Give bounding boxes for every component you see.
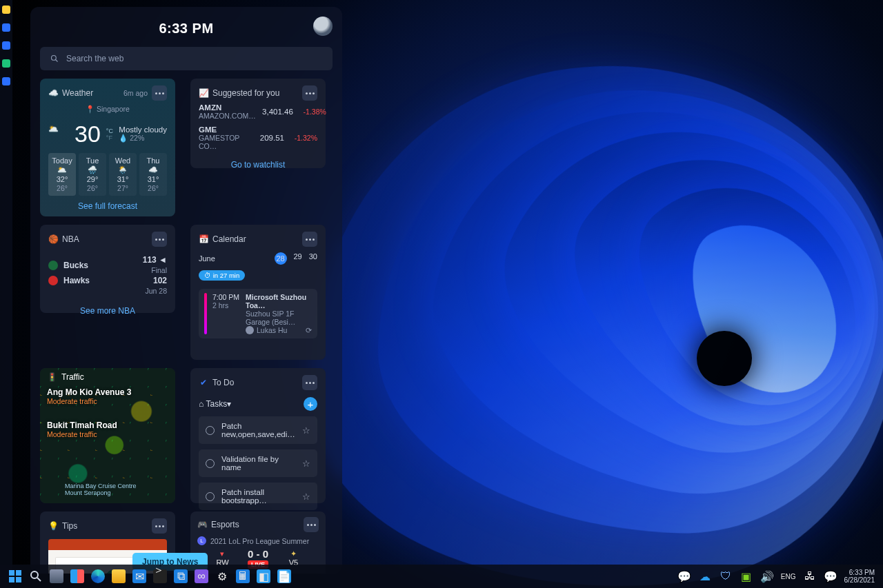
desktop-wallpaper bbox=[290, 0, 883, 588]
calculator-icon[interactable]: 🖩 bbox=[236, 569, 250, 583]
svg-point-6 bbox=[31, 571, 38, 578]
svg-rect-3 bbox=[16, 570, 21, 576]
weather-widget[interactable]: ☁️ Weather 6m ago 📍 Singapore 🌥️ 30 °C °… bbox=[40, 79, 175, 216]
see-more-nba-link[interactable]: See more NBA bbox=[80, 306, 135, 316]
stocks-icon: 📈 bbox=[199, 88, 208, 98]
nba-title: NBA bbox=[62, 234, 79, 244]
search-placeholder: Search the web bbox=[66, 54, 123, 63]
svg-point-0 bbox=[52, 56, 57, 61]
star-icon[interactable]: ☆ bbox=[302, 491, 310, 502]
weather-age: 6m ago bbox=[123, 89, 148, 97]
tray-onedrive-icon[interactable]: ☁ bbox=[698, 569, 712, 583]
weather-location: Singapore bbox=[97, 105, 130, 113]
todo-icon: ✔ bbox=[199, 378, 208, 387]
network-icon[interactable]: 🖧 bbox=[803, 569, 817, 583]
widgets-panel: 6:33 PM Search the web ☁️ Weather 6m ago… bbox=[30, 7, 342, 574]
star-icon[interactable]: ☆ bbox=[302, 458, 310, 469]
app-icon[interactable]: ◧ bbox=[257, 569, 270, 583]
language-indicator[interactable]: ENG bbox=[781, 573, 796, 580]
add-task-button[interactable]: + bbox=[304, 397, 317, 411]
calendar-day[interactable]: 30 bbox=[309, 252, 317, 265]
basketball-icon: 🏀 bbox=[48, 234, 58, 244]
user-avatar[interactable] bbox=[313, 17, 333, 36]
forecast-day[interactable]: Tue🌧️ 29°26° bbox=[79, 153, 106, 196]
esports-icon: 🎮 bbox=[197, 520, 207, 529]
nba-more-button[interactable] bbox=[152, 232, 167, 247]
svg-line-7 bbox=[37, 578, 41, 581]
calendar-icon: 📅 bbox=[199, 234, 208, 244]
esports-title: Esports bbox=[211, 520, 239, 529]
forecast-day[interactable]: Thu☁️ 31°26° bbox=[139, 153, 167, 196]
calendar-event[interactable]: 7:00 PM 2 hrs Microsoft Suzhou Toa… Suzh… bbox=[199, 289, 317, 338]
event-countdown-pill: ⏱ in 27 min bbox=[199, 270, 245, 281]
esports-more-button[interactable] bbox=[304, 517, 319, 532]
terminal-icon[interactable]: ＞_ bbox=[153, 569, 167, 583]
edge-icon[interactable] bbox=[91, 569, 105, 583]
traffic-icon: 🚦 bbox=[47, 372, 57, 382]
tray-audio-icon[interactable]: 🔊 bbox=[760, 569, 774, 583]
svg-line-1 bbox=[56, 60, 58, 62]
widgets-button[interactable] bbox=[70, 569, 84, 583]
weather-summary: Mostly cloudy bbox=[119, 125, 167, 134]
calendar-day-selected[interactable]: 28 bbox=[275, 252, 287, 265]
traffic-widget[interactable]: 🚦Traffic Ang Mo Kio Avenue 3Moderate tra… bbox=[40, 368, 175, 503]
settings-icon[interactable]: ⚙ bbox=[215, 569, 229, 583]
watchlist-link[interactable]: Go to watchlist bbox=[231, 160, 286, 170]
todo-list-picker[interactable]: Tasks bbox=[206, 399, 228, 409]
start-button[interactable] bbox=[8, 569, 22, 583]
stocks-widget[interactable]: 📈 Suggested for you AMZNAMAZON.COM… 3,40… bbox=[190, 79, 326, 168]
panel-clock: 6:33 PM bbox=[159, 21, 213, 37]
task-checkbox[interactable] bbox=[206, 492, 215, 501]
task-checkbox[interactable] bbox=[206, 426, 215, 435]
taskview-button[interactable] bbox=[50, 569, 63, 583]
weather-icon: ☁️ bbox=[48, 88, 58, 98]
svg-rect-5 bbox=[16, 577, 21, 582]
calendar-day[interactable]: 29 bbox=[294, 252, 302, 265]
stock-row[interactable]: AMZNAMAZON.COM… 3,401.46 -1.38% bbox=[199, 101, 317, 123]
svg-rect-4 bbox=[9, 577, 14, 582]
refresh-icon[interactable]: ⟳ bbox=[306, 326, 312, 334]
tray-wechat-icon[interactable]: 💬 bbox=[677, 569, 691, 583]
star-icon[interactable]: ☆ bbox=[302, 425, 310, 436]
search-icon bbox=[50, 54, 59, 63]
notes-icon[interactable]: 📄 bbox=[277, 569, 291, 583]
taskbar: ✉ ＞_ ⧉ ∞ ⚙ 🖩 ◧ 📄 💬 ☁ 🛡 ▣ 🔊 ENG 🖧 💬 6:33 … bbox=[0, 565, 883, 588]
see-forecast-link[interactable]: See full forecast bbox=[78, 201, 137, 211]
task-item[interactable]: Patch new,open,save,edi…☆ bbox=[199, 416, 317, 444]
home-icon: ⌂ bbox=[199, 399, 204, 409]
taskbar-clock[interactable]: 6:33 PM 6/28/2021 bbox=[844, 569, 875, 584]
todo-title: To Do bbox=[212, 378, 234, 387]
mail-icon[interactable]: ✉ bbox=[132, 569, 146, 583]
vscode-icon[interactable]: ⧉ bbox=[174, 569, 188, 583]
weather-title: Weather bbox=[62, 88, 93, 98]
nba-widget[interactable]: 🏀 NBA Bucks Hawks 113 ◄ Final 102 Jun 28… bbox=[40, 225, 175, 313]
forecast-day[interactable]: Wed🌦️ 31°27° bbox=[109, 153, 137, 196]
left-app-strip bbox=[0, 0, 12, 588]
calendar-widget[interactable]: 📅 Calendar June 28 29 30 ⏱ in 27 min 7:0… bbox=[190, 225, 326, 360]
cloud-icon: 🌥️ bbox=[48, 124, 69, 145]
chevron-down-icon: ▾ bbox=[227, 399, 231, 409]
action-center-icon[interactable]: 💬 bbox=[824, 569, 837, 583]
stocks-title: Suggested for you bbox=[212, 88, 279, 98]
forecast-day[interactable]: Today🌥️ 32°26° bbox=[48, 153, 76, 196]
visualstudio-icon[interactable]: ∞ bbox=[195, 569, 208, 583]
task-checkbox[interactable] bbox=[206, 459, 215, 468]
search-input[interactable]: Search the web bbox=[40, 47, 333, 70]
todo-more-button[interactable] bbox=[302, 375, 317, 390]
calendar-title: Calendar bbox=[212, 234, 246, 244]
search-button[interactable] bbox=[29, 569, 43, 583]
tips-more-button[interactable] bbox=[152, 518, 167, 534]
task-item[interactable]: Validation file by name☆ bbox=[199, 449, 317, 477]
weather-temp: 30 bbox=[75, 121, 101, 148]
tray-nvidia-icon[interactable]: ▣ bbox=[740, 569, 753, 583]
tips-title: Tips bbox=[62, 521, 77, 531]
calendar-more-button[interactable] bbox=[302, 232, 317, 247]
weather-more-button[interactable] bbox=[152, 85, 167, 101]
task-item[interactable]: Patch install bootstrapp…☆ bbox=[199, 483, 317, 510]
stock-row[interactable]: GMEGAMESTOP CO… 209.51 -1.32% bbox=[199, 123, 317, 153]
stocks-more-button[interactable] bbox=[302, 85, 317, 101]
explorer-icon[interactable] bbox=[112, 569, 126, 583]
todo-widget[interactable]: ✔ To Do ⌂ Tasks ▾ + Patch new,open,save,… bbox=[190, 368, 326, 503]
svg-rect-2 bbox=[9, 570, 14, 576]
tray-security-icon[interactable]: 🛡 bbox=[719, 569, 733, 583]
